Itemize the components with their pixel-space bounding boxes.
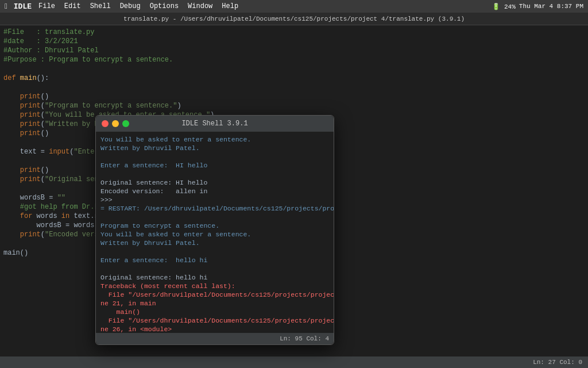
code-line-1: #File : translate.py	[3, 28, 585, 37]
shell-line-1: You will be asked to enter a sentence.	[100, 135, 329, 144]
shell-line-12: Written by Dhruvil Patel.	[100, 239, 329, 247]
shell-traceback-4: main()	[100, 308, 329, 316]
menu-file[interactable]: File	[34, 1, 60, 12]
menu-help[interactable]: Help	[217, 1, 243, 12]
shell-line-14: Enter a sentence: hello hi	[100, 256, 329, 264]
menu-options[interactable]: Options	[145, 1, 183, 12]
menu-debug[interactable]: Debug	[115, 1, 145, 12]
close-button[interactable]	[102, 120, 109, 127]
app-label: IDLE	[14, 2, 32, 11]
shell-traceback-6: ne 26, in <module>	[100, 325, 329, 333]
shell-traceback: Traceback (most recent call last):	[100, 282, 329, 290]
shell-traceback-5: File "/Users/dhruvilpatel/Documents/cs12…	[100, 316, 329, 325]
shell-line-16: Original sentence: hello hi	[100, 273, 329, 282]
shell-line-8: >>>	[100, 195, 329, 204]
code-line-5	[3, 64, 585, 74]
shell-traceback-2: File "/Users/dhruvilpatel/Documents/cs12…	[100, 290, 329, 299]
code-line-7	[3, 83, 585, 92]
shell-line-6: Original sentence: HI hello	[100, 178, 329, 187]
minimize-button[interactable]	[112, 120, 119, 127]
shell-spacer-3	[100, 264, 329, 273]
main-statusbar: Ln: 27 Col: 0	[0, 356, 588, 368]
main-status-text: Ln: 27 Col: 0	[533, 359, 582, 366]
battery-indicator: 🔋 24%	[492, 3, 515, 10]
shell-traceback-3: ne 21, in main	[100, 299, 329, 308]
shell-window-title: IDLE Shell 3.9.1	[181, 120, 247, 128]
code-line-8: print()	[3, 92, 585, 101]
shell-line-10: Program to encrypt a sentence.	[100, 221, 329, 230]
shell-statusbar: Ln: 95 Col: 4	[96, 333, 334, 344]
menu-window[interactable]: Window	[183, 1, 217, 12]
shell-line-2: Written by Dhruvil Patel.	[100, 144, 329, 152]
shell-restart-1: = RESTART: /Users/dhruvilpatel/Documents…	[100, 204, 329, 213]
datetime: Thu Mar 4 8:37 PM	[519, 3, 583, 10]
shell-spacer-2	[100, 247, 329, 256]
shell-line-7: Encoded version: allen in	[100, 187, 329, 195]
editor-title-bar: translate.py - /Users/dhruvilpatel/Docum…	[0, 13, 588, 25]
shell-status-text: Ln: 95 Col: 4	[280, 335, 329, 342]
code-line-3: #Author : Dhruvil Patel	[3, 46, 585, 55]
code-line-6: def main():	[3, 74, 585, 83]
editor-title-text: translate.py - /Users/dhruvilpatel/Docum…	[123, 16, 465, 22]
menu-bar:  IDLE File Edit Shell Debug Options Win…	[0, 0, 588, 13]
code-line-4: #Purpose : Program to encrypt a sentence…	[3, 55, 585, 64]
shell-spacer-1	[100, 213, 329, 221]
shell-window: IDLE Shell 3.9.1 You will be asked to en…	[95, 115, 334, 345]
shell-title-bar: IDLE Shell 3.9.1	[96, 116, 334, 132]
shell-line-3	[100, 152, 329, 161]
maximize-button[interactable]	[122, 120, 129, 127]
shell-output[interactable]: You will be asked to enter a sentence. W…	[96, 132, 334, 333]
traffic-lights	[102, 120, 129, 127]
shell-line-5	[100, 170, 329, 178]
menu-shell[interactable]: Shell	[86, 1, 115, 12]
shell-line-4: Enter a sentence: HI hello	[100, 161, 329, 170]
code-line-9: print("Program to encrypt a sentence.")	[3, 101, 585, 110]
shell-line-11: You will be asked to enter a sentence.	[100, 230, 329, 239]
apple-icon: 	[5, 2, 9, 11]
menu-right-items: 🔋 24% Thu Mar 4 8:37 PM	[492, 3, 583, 10]
code-line-2: #date : 3/2/2021	[3, 37, 585, 46]
menu-edit[interactable]: Edit	[60, 1, 86, 12]
